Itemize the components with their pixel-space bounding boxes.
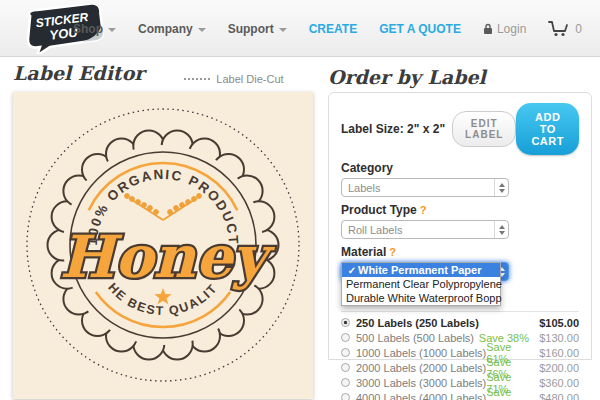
- quantity-label: 4000 Labels (4000 Labels): [356, 392, 486, 400]
- quantity-label: 2000 Labels (2000 Labels): [356, 362, 486, 374]
- die-cut-label: Label Die-Cut: [216, 73, 283, 85]
- material-option-durable-white-waterproof-bopp[interactable]: Durable White Waterproof Bopp: [342, 291, 500, 305]
- quantity-price: $160.00: [533, 347, 579, 359]
- label-editor-section: Label Editor Label Die-Cut: [13, 62, 313, 399]
- quantity-price: $360.00: [533, 377, 579, 389]
- quantity-radio[interactable]: [341, 318, 350, 327]
- quantity-row: 1000 Labels (1000 Labels) Save 61% $160.…: [341, 345, 579, 360]
- label-editor-canvas[interactable]: 100% ORGANIC PRODUCT THE BEST QUALITY: [13, 92, 313, 399]
- category-select[interactable]: Labels: [341, 178, 509, 197]
- quantity-price: $480.00: [533, 392, 579, 400]
- cart-icon: [548, 20, 570, 38]
- login-label: Login: [497, 22, 526, 36]
- select-spinner-icon: [494, 179, 508, 196]
- product-type-value: Roll Labels: [348, 224, 402, 236]
- order-header: Order by Label: [328, 62, 592, 92]
- nav-item-support[interactable]: Support: [228, 22, 287, 36]
- nav-item-support-label: Support: [228, 22, 274, 36]
- save-badge: Save 71%: [486, 386, 529, 400]
- cart-count: 0: [575, 22, 582, 36]
- editor-title: Label Editor: [13, 62, 144, 84]
- material-help-icon[interactable]: ?: [389, 246, 396, 258]
- material-label-text: Material: [341, 245, 386, 259]
- quantity-label: 1000 Labels (1000 Labels): [356, 347, 486, 359]
- material-field: ✓ White Permanent Paper Permanent Clear …: [341, 262, 579, 281]
- material-option-permanent-clear-polypropylene[interactable]: Permanent Clear Polypropylene: [342, 277, 500, 291]
- nav-item-shop-label: Shop: [73, 22, 103, 36]
- quantity-radio[interactable]: [341, 333, 350, 342]
- material-option-label: Durable White Waterproof Bopp: [346, 292, 502, 304]
- category-label: Category: [341, 161, 579, 175]
- caret-down-icon: [279, 28, 287, 32]
- die-cut-legend: Label Die-Cut: [184, 73, 283, 85]
- label-size-text: Label Size: 2" x 2": [341, 122, 445, 136]
- check-icon: ✓: [346, 265, 358, 276]
- quantity-list: 250 Labels (250 Labels) $105.00 500 Labe…: [341, 311, 579, 400]
- product-type-select[interactable]: Roll Labels: [341, 220, 509, 239]
- add-to-cart-button[interactable]: ADD TO CART: [516, 103, 579, 155]
- quantity-radio[interactable]: [341, 348, 350, 357]
- quantity-price: $130.00: [533, 332, 579, 344]
- top-nav: STICKER YOU Shop Company Support CREATE …: [0, 0, 600, 57]
- quantity-row: 4000 Labels (4000 Labels) Save 71% $480.…: [341, 390, 579, 400]
- material-label: Material?: [341, 245, 579, 259]
- edit-label-button[interactable]: EDIT LABEL: [452, 111, 516, 147]
- nav-item-company[interactable]: Company: [138, 22, 206, 36]
- lock-icon: [483, 23, 493, 35]
- quantity-row: 500 Labels (500 Labels) Save 38% $130.00: [341, 330, 579, 345]
- quantity-row: 3000 Labels (3000 Labels) Save 71% $360.…: [341, 375, 579, 390]
- select-spinner-icon: [494, 221, 508, 238]
- nav-link-get-a-quote[interactable]: GET A QUOTE: [379, 22, 461, 36]
- quantity-radio[interactable]: [341, 363, 350, 372]
- material-dropdown: ✓ White Permanent Paper Permanent Clear …: [341, 262, 501, 306]
- category-value: Labels: [348, 182, 380, 194]
- quantity-radio[interactable]: [341, 378, 350, 387]
- label-product-name: Honey: [60, 223, 276, 291]
- nav-item-company-label: Company: [138, 22, 193, 36]
- material-option-white-permanent-paper[interactable]: ✓ White Permanent Paper: [342, 263, 500, 277]
- quantity-label: 250 Labels (250 Labels): [356, 317, 529, 329]
- quantity-price: $105.00: [533, 317, 579, 329]
- product-type-help-icon[interactable]: ?: [420, 204, 427, 216]
- label-size-row: Label Size: 2" x 2" EDIT LABEL ADD TO CA…: [341, 103, 579, 155]
- die-cut-dash-icon: [184, 78, 210, 80]
- cart-button[interactable]: 0: [548, 20, 582, 38]
- nav-menu: Shop Company Support CREATE GET A QUOTE …: [73, 0, 582, 57]
- caret-down-icon: [108, 28, 116, 32]
- honey-label-artwork: 100% ORGANIC PRODUCT THE BEST QUALITY: [13, 92, 313, 399]
- nav-login[interactable]: Login: [483, 22, 526, 36]
- quantity-row: 250 Labels (250 Labels) $105.00: [341, 315, 579, 330]
- nav-item-shop[interactable]: Shop: [73, 22, 116, 36]
- caret-down-icon: [198, 28, 206, 32]
- editor-header: Label Editor Label Die-Cut: [13, 62, 313, 92]
- product-type-label-text: Product Type: [341, 203, 417, 217]
- nav-link-create[interactable]: CREATE: [309, 22, 357, 36]
- material-option-label: White Permanent Paper: [358, 264, 481, 276]
- quantity-radio[interactable]: [341, 393, 350, 400]
- page: STICKER YOU Shop Company Support CREATE …: [0, 0, 600, 400]
- quantity-row: 2000 Labels (2000 Labels) Save 76% $200.…: [341, 360, 579, 375]
- quantity-price: $200.00: [533, 362, 579, 374]
- product-type-label: Product Type?: [341, 203, 579, 217]
- material-option-label: Permanent Clear Polypropylene: [346, 278, 502, 290]
- order-title: Order by Label: [328, 66, 486, 88]
- order-by-label-section: Order by Label Label Size: 2" x 2" EDIT …: [328, 62, 592, 360]
- quantity-label: 500 Labels (500 Labels): [356, 332, 479, 344]
- order-card: Label Size: 2" x 2" EDIT LABEL ADD TO CA…: [328, 92, 592, 360]
- quantity-label: 3000 Labels (3000 Labels): [356, 377, 486, 389]
